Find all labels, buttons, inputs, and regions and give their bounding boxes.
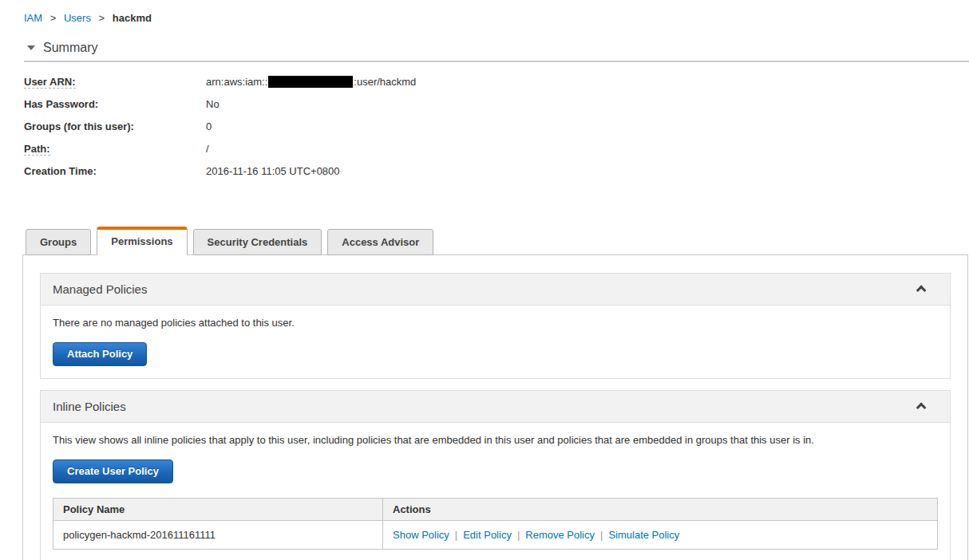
table-row: policygen-hackmd-201611161111 Show Polic…	[53, 521, 938, 550]
show-policy-link[interactable]: Show Policy	[393, 529, 449, 541]
action-separator: |	[600, 529, 603, 541]
managed-policies-empty-text: There are no managed policies attached t…	[53, 316, 938, 329]
policy-name-cell: policygen-hackmd-201611161111	[53, 521, 383, 550]
field-row-path: Path: /	[24, 143, 969, 165]
inline-policies-title: Inline Policies	[53, 400, 126, 413]
field-row-creation-time: Creation Time: 2016-11-16 11:05 UTC+0800	[24, 165, 969, 187]
user-arn-label: User ARN:	[24, 76, 76, 89]
permissions-panel: Managed Policies There are no managed po…	[22, 254, 968, 560]
breadcrumb-separator: >	[99, 12, 105, 24]
tab-groups[interactable]: Groups	[26, 229, 91, 255]
tab-security-credentials[interactable]: Security Credentials	[193, 229, 322, 255]
creation-time-value: 2016-11-16 11:05 UTC+0800	[206, 165, 340, 177]
managed-policies-section: Managed Policies There are no managed po…	[40, 273, 951, 379]
has-password-value: No	[206, 98, 220, 110]
attach-policy-button[interactable]: Attach Policy	[53, 342, 147, 366]
groups-count-value: 0	[206, 120, 212, 132]
groups-count-label: Groups (for this user):	[24, 120, 206, 132]
breadcrumb-link-users[interactable]: Users	[64, 12, 91, 24]
inline-policies-header[interactable]: Inline Policies	[41, 391, 950, 423]
inline-policies-description: This view shows all inline policies that…	[53, 433, 938, 447]
tab-permissions[interactable]: Permissions	[97, 227, 187, 255]
actions-cell: Show Policy|Edit Policy|Remove Policy|Si…	[383, 521, 938, 550]
managed-policies-header[interactable]: Managed Policies	[41, 274, 950, 306]
edit-policy-link[interactable]: Edit Policy	[463, 529, 512, 541]
action-separator: |	[517, 529, 520, 541]
create-user-policy-button[interactable]: Create User Policy	[53, 459, 173, 483]
inline-policies-table: Policy Name Actions policygen-hackmd-201…	[53, 498, 938, 550]
breadcrumb-current-user: hackmd	[113, 12, 152, 24]
chevron-up-icon[interactable]	[916, 286, 927, 296]
table-header-row: Policy Name Actions	[53, 499, 938, 521]
actions-column-header: Actions	[383, 499, 938, 521]
chevron-up-icon[interactable]	[916, 403, 927, 413]
field-row-user-arn: User ARN: arn:aws:iam:::user/hackmd	[24, 76, 969, 98]
user-arn-value: arn:aws:iam:::user/hackmd	[206, 76, 416, 88]
inline-policies-section: Inline Policies This view shows all inli…	[40, 390, 951, 560]
summary-title: Summary	[43, 41, 97, 55]
page: IAM > Users > hackmd Summary User ARN: a…	[0, 12, 969, 560]
summary-section-toggle[interactable]: Summary	[27, 41, 969, 55]
creation-time-label: Creation Time:	[24, 165, 206, 177]
breadcrumb: IAM > Users > hackmd	[24, 12, 969, 24]
breadcrumb-link-iam[interactable]: IAM	[24, 12, 42, 24]
remove-policy-link[interactable]: Remove Policy	[525, 529, 595, 541]
managed-policies-title: Managed Policies	[53, 282, 147, 296]
action-separator: |	[455, 529, 457, 541]
path-label: Path:	[24, 143, 50, 156]
tab-bar: Groups Permissions Security Credentials …	[22, 227, 969, 254]
simulate-policy-link[interactable]: Simulate Policy	[608, 529, 679, 541]
tab-access-advisor[interactable]: Access Advisor	[327, 229, 433, 255]
field-row-groups: Groups (for this user): 0	[24, 120, 969, 143]
path-value: /	[206, 143, 209, 155]
redacted-account-id	[268, 76, 353, 88]
breadcrumb-separator: >	[50, 12, 57, 24]
policy-name-column-header: Policy Name	[53, 499, 383, 521]
summary-divider	[24, 61, 969, 62]
summary-fields: User ARN: arn:aws:iam:::user/hackmd Has …	[24, 76, 969, 187]
field-row-has-password: Has Password: No	[24, 98, 969, 120]
triangle-down-icon	[27, 45, 35, 50]
has-password-label: Has Password:	[24, 98, 206, 110]
